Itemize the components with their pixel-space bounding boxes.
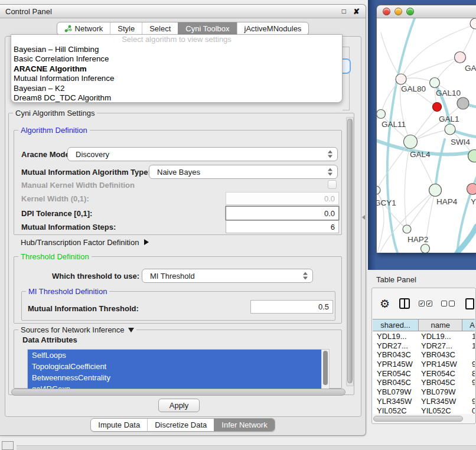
column-header[interactable]: A: [462, 319, 475, 331]
network-node[interactable]: [430, 78, 440, 88]
network-node[interactable]: [467, 184, 476, 195]
tab-infer-network[interactable]: Infer Network: [214, 419, 274, 431]
control-panel-titlebar: Control Panel □ ✘: [0, 5, 366, 18]
network-window-titlebar[interactable]: [377, 5, 476, 18]
dropdown-option[interactable]: Mutual Information Inference: [11, 74, 342, 83]
settings-group-title: Cyni Algorithm Settings: [13, 109, 97, 118]
attribute-item[interactable]: SelfLoops: [28, 350, 329, 361]
network-node[interactable]: [403, 225, 411, 233]
gear-icon[interactable]: ⚙: [380, 298, 390, 309]
table-cell: YDR27...: [373, 341, 420, 351]
attribute-item[interactable]: BetweennessCentrality: [28, 372, 329, 383]
column-header[interactable]: shared...: [373, 319, 419, 331]
tab-discretize-data[interactable]: Discretize Data: [147, 419, 214, 431]
settings-horizontal-scrollbar[interactable]: [11, 389, 345, 396]
table-row[interactable]: YPR145WYPR145W9.: [373, 360, 475, 369]
dropdown-option[interactable]: ARACNE Algorithm: [11, 64, 342, 74]
network-node[interactable]: [433, 103, 442, 112]
data-attributes-list[interactable]: SelfLoopsTopologicalCoefficientBetweenne…: [27, 349, 330, 389]
settings-vertical-scrollbar[interactable]: [346, 117, 354, 386]
column-header[interactable]: name: [419, 319, 462, 331]
which-threshold-label: Which threshold to use:: [52, 269, 139, 283]
sources-group: Sources for Network Inference Data Attri…: [14, 330, 342, 389]
collapse-down-icon[interactable]: [128, 328, 134, 332]
scrollbar-thumb[interactable]: [347, 119, 353, 383]
network-node[interactable]: [445, 124, 455, 135]
bottom-tabstrip: Impute DataDiscretize DataInfer Network: [0, 418, 366, 432]
scrollbar-thumb[interactable]: [11, 389, 345, 396]
dropdown-option[interactable]: Bayesian – K2: [11, 84, 342, 93]
network-node[interactable]: [457, 97, 469, 109]
aracne-mode-label: Aracne Mode:: [21, 147, 72, 161]
dropdown-option[interactable]: Dream8 DC_TDC Algorithm: [11, 93, 342, 103]
unchecked-columns-icon[interactable]: [441, 301, 455, 306]
table-cell: YBR045C: [420, 378, 465, 387]
scrollbar-thumb[interactable]: [323, 351, 328, 385]
network-node[interactable]: [404, 135, 418, 149]
attribute-item[interactable]: TopologicalCoefficient: [28, 361, 329, 372]
table-horizontal-scrollbar[interactable]: [373, 415, 474, 422]
node-label: GAL80: [401, 84, 426, 93]
zoom-window-button[interactable]: [406, 8, 414, 15]
table-row[interactable]: YIL052CYIL052C0.: [373, 406, 475, 415]
tab-select[interactable]: Select: [142, 22, 178, 35]
table-row[interactable]: YBR045CYBR045C9.: [373, 378, 475, 387]
table-cell: YLR345W: [373, 397, 420, 406]
float-window-icon[interactable]: □: [342, 7, 346, 15]
table-cell: YIL052C: [373, 406, 420, 415]
table-row[interactable]: YDL19...YDL19...13: [373, 332, 475, 341]
dropdown-option[interactable]: Basic Correlation Inference: [11, 54, 342, 64]
kernel-width-field[interactable]: 0.0: [226, 192, 339, 205]
table-row[interactable]: YER054CYER054C8.: [373, 369, 475, 379]
manual-kernel-checkbox[interactable]: [328, 180, 337, 189]
table-row[interactable]: YLR345WYLR345W9.: [373, 397, 475, 406]
document-icon[interactable]: [465, 298, 474, 309]
table-row[interactable]: YDR27...YDR27...12: [373, 341, 475, 351]
apply-button[interactable]: Apply: [158, 399, 200, 412]
dpi-tolerance-label: DPI Tolerance [0,1]:: [21, 206, 92, 220]
table-header-row: shared...nameA: [373, 319, 475, 331]
hub-definition-expander[interactable]: Hub/Transcription Factor Definition: [21, 237, 149, 247]
table-cell: YBR043C: [420, 350, 465, 360]
dropdown-option[interactable]: Bayesian – Hill Climbing: [11, 45, 342, 54]
panel-divider-grip[interactable]: [362, 215, 365, 220]
tab-network[interactable]: Network: [57, 22, 110, 35]
attributes-scrollbar[interactable]: [321, 350, 329, 389]
table-row[interactable]: YBL079WYBL079W: [373, 387, 475, 397]
network-node[interactable]: [470, 18, 476, 29]
dpi-tolerance-field[interactable]: 0.0: [226, 206, 339, 220]
network-node[interactable]: [421, 244, 430, 253]
network-node[interactable]: [429, 184, 442, 197]
checked-columns-icon[interactable]: [419, 301, 432, 306]
tab-label: Network: [75, 24, 103, 33]
tab-impute-data[interactable]: Impute Data: [91, 419, 147, 431]
tab-label: Discretize Data: [155, 420, 207, 429]
aracne-mode-select[interactable]: Discovery: [67, 147, 338, 161]
mi-threshold-field[interactable]: 0.5: [250, 300, 333, 314]
mi-threshold-label: Mutual Information Threshold:: [28, 301, 139, 315]
which-threshold-select[interactable]: MI Threshold: [142, 269, 313, 283]
minimized-panel-icon[interactable]: [2, 441, 14, 450]
minimize-window-button[interactable]: [395, 8, 402, 15]
hidden-group-border: [343, 47, 350, 110]
mi-steps-field[interactable]: 6: [226, 220, 339, 233]
scrollbar-thumb[interactable]: [373, 416, 463, 422]
table-cell: 9.: [465, 397, 475, 406]
close-window-button[interactable]: [383, 8, 390, 15]
tab-cyni-toolbox[interactable]: Cyni Toolbox: [178, 22, 236, 35]
sources-title-text: Sources for Network Inference: [21, 325, 125, 334]
network-node[interactable]: [377, 110, 386, 119]
close-window-icon[interactable]: ✘: [353, 7, 360, 16]
mi-type-select[interactable]: Naive Bayes: [149, 165, 338, 179]
tab-style[interactable]: Style: [110, 22, 142, 35]
table-cell: YER054C: [373, 369, 420, 379]
tab-jactivemnodules[interactable]: jActiveMNodules: [237, 22, 309, 35]
network-canvas[interactable]: GALGAL80GAL10GAL1GAL11SWI4GAL4GCY1HAP4YH…: [377, 18, 476, 253]
network-node[interactable]: [377, 186, 380, 194]
node-label: GAL1: [439, 115, 459, 123]
split-columns-icon[interactable]: [399, 298, 410, 309]
network-node[interactable]: [455, 52, 466, 63]
network-node[interactable]: [396, 74, 406, 84]
tab-label: jActiveMNodules: [244, 24, 302, 33]
table-row[interactable]: YBR043CYBR043C: [373, 350, 475, 360]
